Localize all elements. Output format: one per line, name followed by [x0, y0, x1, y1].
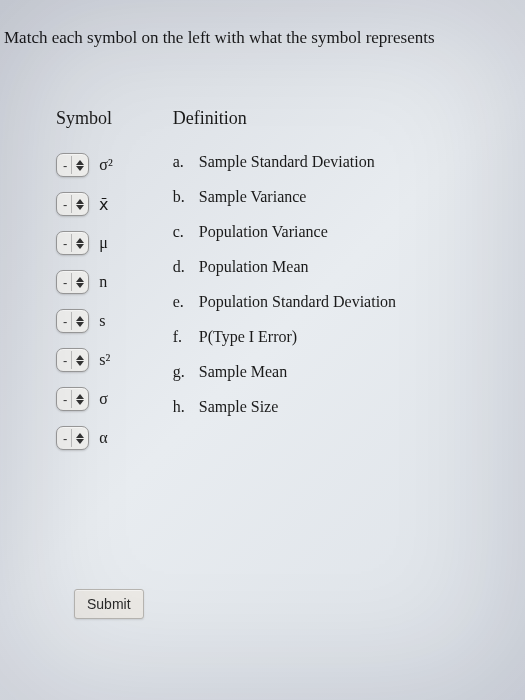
symbol-row: - σ [56, 387, 113, 411]
stepper-arrows-icon[interactable] [71, 429, 84, 447]
definition-text: Population Standard Deviation [199, 293, 396, 311]
definition-column: Definition a. Sample Standard Deviation … [173, 108, 396, 465]
stepper-value: - [61, 197, 71, 212]
definition-text: Population Variance [199, 223, 328, 241]
svg-marker-6 [76, 277, 84, 282]
svg-marker-11 [76, 361, 84, 366]
stepper-arrows-icon[interactable] [71, 195, 84, 213]
stepper-value: - [61, 158, 71, 173]
symbol-row: - n [56, 270, 113, 294]
definition-letter: d. [173, 258, 191, 276]
definition-text: Sample Variance [199, 188, 307, 206]
stepper-arrows-icon[interactable] [71, 351, 84, 369]
definition-row: h. Sample Size [173, 398, 396, 416]
answer-stepper-6[interactable]: - [56, 387, 89, 411]
question-content: Symbol - σ² - [0, 68, 525, 649]
stepper-value: - [61, 353, 71, 368]
answer-stepper-3[interactable]: - [56, 270, 89, 294]
stepper-arrows-icon[interactable] [71, 156, 84, 174]
stepper-value: - [61, 314, 71, 329]
symbol-row: - x̄ [56, 192, 113, 216]
svg-marker-7 [76, 283, 84, 288]
definition-text: Sample Standard Deviation [199, 153, 375, 171]
submit-button[interactable]: Submit [74, 589, 144, 619]
svg-marker-12 [76, 394, 84, 399]
answer-stepper-7[interactable]: - [56, 426, 89, 450]
symbol-row: - s² [56, 348, 113, 372]
definition-text: Sample Size [199, 398, 279, 416]
stepper-arrows-icon[interactable] [71, 312, 84, 330]
definition-text: Population Mean [199, 258, 309, 276]
stepper-value: - [61, 392, 71, 407]
symbol-row: - α [56, 426, 113, 450]
symbol-glyph: s² [99, 351, 110, 369]
svg-marker-1 [76, 166, 84, 171]
svg-marker-9 [76, 322, 84, 327]
symbol-row: - μ [56, 231, 113, 255]
answer-stepper-2[interactable]: - [56, 231, 89, 255]
definition-row: g. Sample Mean [173, 363, 396, 381]
symbol-column: Symbol - σ² - [56, 108, 113, 465]
symbol-glyph: s [99, 312, 105, 330]
symbol-glyph: σ² [99, 156, 112, 174]
svg-marker-8 [76, 316, 84, 321]
definition-row: e. Population Standard Deviation [173, 293, 396, 311]
definition-row: a. Sample Standard Deviation [173, 153, 396, 171]
svg-marker-15 [76, 439, 84, 444]
answer-stepper-0[interactable]: - [56, 153, 89, 177]
symbol-glyph: μ [99, 234, 108, 252]
symbol-glyph: n [99, 273, 107, 291]
answer-stepper-4[interactable]: - [56, 309, 89, 333]
svg-marker-14 [76, 433, 84, 438]
definition-row: f. P(Type I Error) [173, 328, 396, 346]
stepper-arrows-icon[interactable] [71, 273, 84, 291]
definition-letter: c. [173, 223, 191, 241]
definition-text: Sample Mean [199, 363, 287, 381]
symbol-glyph: σ [99, 390, 108, 408]
svg-marker-13 [76, 400, 84, 405]
symbol-glyph: x̄ [99, 195, 108, 214]
symbol-header: Symbol [56, 108, 113, 129]
stepper-value: - [61, 275, 71, 290]
definition-header: Definition [173, 108, 396, 129]
svg-marker-3 [76, 205, 84, 210]
stepper-arrows-icon[interactable] [71, 234, 84, 252]
definition-row: d. Population Mean [173, 258, 396, 276]
stepper-value: - [61, 431, 71, 446]
answer-stepper-5[interactable]: - [56, 348, 89, 372]
definition-letter: g. [173, 363, 191, 381]
answer-stepper-1[interactable]: - [56, 192, 89, 216]
symbol-row: - s [56, 309, 113, 333]
definition-letter: e. [173, 293, 191, 311]
svg-marker-10 [76, 355, 84, 360]
definition-letter: f. [173, 328, 191, 346]
symbol-glyph: α [99, 429, 107, 447]
stepper-value: - [61, 236, 71, 251]
definition-letter: a. [173, 153, 191, 171]
definition-letter: h. [173, 398, 191, 416]
svg-marker-4 [76, 238, 84, 243]
svg-marker-0 [76, 160, 84, 165]
svg-marker-2 [76, 199, 84, 204]
symbol-row: - σ² [56, 153, 113, 177]
stepper-arrows-icon[interactable] [71, 390, 84, 408]
definition-text: P(Type I Error) [199, 328, 297, 346]
instruction-text: Match each symbol on the left with what … [0, 0, 525, 68]
definition-row: b. Sample Variance [173, 188, 396, 206]
svg-marker-5 [76, 244, 84, 249]
definition-letter: b. [173, 188, 191, 206]
definition-row: c. Population Variance [173, 223, 396, 241]
